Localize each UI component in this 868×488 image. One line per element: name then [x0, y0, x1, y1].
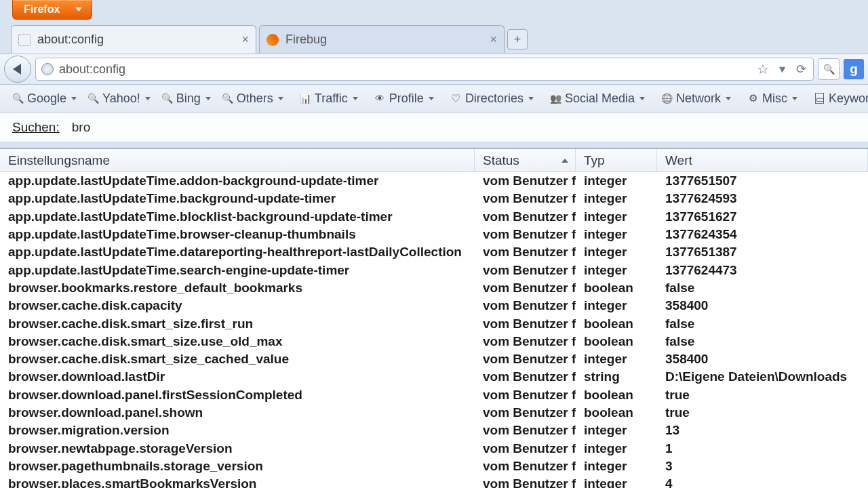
- cell-status: vom Benutzer f…: [475, 227, 576, 242]
- close-icon[interactable]: ×: [241, 33, 249, 47]
- table-row[interactable]: app.update.lastUpdateTime.background-upd…: [0, 190, 868, 207]
- toolbar-item-label: Traffic: [315, 92, 348, 106]
- magnifier-icon: 🔍: [823, 64, 835, 75]
- firefox-menu-button[interactable]: Firefox: [12, 0, 92, 20]
- cell-name: browser.download.panel.firstSessionCompl…: [0, 388, 475, 403]
- table-row[interactable]: app.update.lastUpdateTime.datareporting-…: [0, 243, 868, 261]
- cell-name: browser.cache.disk.smart_size_cached_val…: [0, 352, 475, 367]
- table-row[interactable]: browser.cache.disk.smart_size.first_run …: [0, 314, 868, 332]
- toolbar-item-traffic[interactable]: Traffic: [294, 89, 363, 108]
- eye-icon: [374, 93, 386, 104]
- toolbar-item-directories[interactable]: Directories: [445, 89, 539, 108]
- cell-type: integer: [576, 298, 657, 313]
- search-label: Suchen:: [12, 120, 60, 135]
- table-row[interactable]: browser.download.panel.firstSessionCompl…: [0, 386, 868, 404]
- toolbar-item-profile[interactable]: Profile: [369, 89, 439, 108]
- column-value[interactable]: Wert: [657, 149, 868, 171]
- toolbar-item-yahoo[interactable]: Yahoo!: [82, 89, 156, 108]
- cell-status: vom Benutzer f…: [475, 352, 576, 367]
- cell-name: browser.download.lastDir: [0, 369, 475, 384]
- toolbar-item-keyword[interactable]: Keyword: [808, 89, 868, 108]
- sort-asc-icon: [561, 159, 568, 163]
- cell-type: string: [576, 369, 657, 384]
- new-tab-button[interactable]: +: [507, 29, 528, 49]
- table-row[interactable]: browser.download.lastDir vom Benutzer f……: [0, 368, 868, 386]
- back-button[interactable]: [4, 56, 31, 83]
- globe-icon: [41, 63, 54, 75]
- cell-name: app.update.lastUpdateTime.background-upd…: [0, 191, 475, 206]
- close-icon[interactable]: ×: [490, 33, 497, 47]
- table-row[interactable]: browser.cache.disk.smart_size.use_old_ma…: [0, 333, 868, 350]
- url-bar[interactable]: about:config ☆ ▾ ⟳: [35, 58, 814, 81]
- config-search-row: Suchen:: [0, 113, 868, 142]
- cell-value: 1377651387: [657, 245, 868, 260]
- cell-value: 1377624354: [657, 227, 868, 242]
- config-table: Einstellungsname Status Typ Wert app.upd…: [0, 148, 868, 488]
- dropdown-history-icon[interactable]: ▾: [775, 62, 789, 76]
- google-share-button[interactable]: g: [844, 59, 864, 79]
- cell-value: false: [657, 317, 868, 331]
- cell-value: 1377651507: [657, 174, 868, 188]
- table-row[interactable]: browser.places.smartBookmarksVersion vom…: [0, 475, 868, 488]
- chart-icon: [300, 93, 311, 104]
- blank-favicon-icon: [18, 34, 31, 46]
- toolbar-item-label: Keyword: [829, 92, 868, 106]
- cell-value: 1377651627: [657, 209, 868, 224]
- toolbar-item-bing[interactable]: Bing: [156, 89, 216, 108]
- search-input[interactable]: [72, 120, 856, 135]
- table-row[interactable]: browser.cache.disk.smart_size_cached_val…: [0, 350, 868, 368]
- table-row[interactable]: app.update.lastUpdateTime.blocklist-back…: [0, 208, 868, 226]
- navigation-toolbar: about:config ☆ ▾ ⟳ 🔍 g: [0, 54, 868, 85]
- table-row[interactable]: browser.cache.disk.capacity vom Benutzer…: [0, 297, 868, 314]
- toolbar-item-network[interactable]: Network: [656, 89, 736, 108]
- cell-status: vom Benutzer f…: [475, 405, 576, 420]
- table-row[interactable]: browser.migration.version vom Benutzer f…: [0, 422, 868, 439]
- table-row[interactable]: app.update.lastUpdateTime.browser-cleanu…: [0, 226, 868, 243]
- toolbar-item-socialmedia[interactable]: Social Media: [545, 89, 650, 108]
- search-engine-button[interactable]: 🔍: [818, 58, 840, 80]
- cell-name: browser.bookmarks.restore_default_bookma…: [0, 281, 475, 296]
- toolbar-item-others[interactable]: Others: [216, 89, 289, 108]
- cell-value: true: [657, 388, 868, 403]
- cell-type: integer: [576, 476, 657, 488]
- bookmark-star-icon[interactable]: ☆: [756, 62, 770, 76]
- table-row[interactable]: browser.pagethumbnails.storage_version v…: [0, 458, 868, 475]
- table-row[interactable]: browser.download.panel.shown vom Benutze…: [0, 404, 868, 422]
- cell-type: boolean: [576, 281, 657, 296]
- table-row[interactable]: app.update.lastUpdateTime.search-engine-…: [0, 261, 868, 279]
- cell-name: browser.download.panel.shown: [0, 405, 475, 420]
- chevron-down-icon: [639, 97, 645, 100]
- tab-about-config[interactable]: about:config ×: [11, 25, 256, 54]
- cell-status: vom Benutzer f…: [475, 441, 576, 456]
- reload-icon[interactable]: ⟳: [794, 62, 808, 76]
- toolbar-item-google[interactable]: Google: [7, 89, 82, 108]
- doc-icon: [814, 93, 825, 104]
- toolbar-item-label: Bing: [176, 92, 201, 106]
- toolbar-item-misc[interactable]: Misc: [742, 89, 803, 108]
- cell-type: integer: [576, 209, 657, 224]
- cell-type: integer: [576, 459, 657, 474]
- chevron-down-icon: [792, 97, 797, 100]
- tab-label: about:config: [37, 33, 104, 47]
- cell-type: boolean: [576, 405, 657, 420]
- cell-value: false: [657, 334, 868, 349]
- cell-value: true: [657, 405, 868, 420]
- cell-status: vom Benutzer f…: [475, 369, 576, 384]
- tab-firebug[interactable]: Firebug ×: [259, 25, 505, 54]
- column-type[interactable]: Typ: [576, 149, 657, 171]
- cell-value: 13: [657, 423, 868, 438]
- table-row[interactable]: app.update.lastUpdateTime.addon-backgrou…: [0, 172, 868, 190]
- cell-name: browser.cache.disk.capacity: [0, 298, 475, 313]
- cell-status: vom Benutzer f…: [475, 298, 576, 313]
- cell-type: integer: [576, 423, 657, 438]
- chevron-down-icon: [71, 97, 77, 100]
- chevron-down-icon: [145, 97, 151, 100]
- gear-icon: [747, 93, 759, 104]
- search-icon: [222, 93, 233, 104]
- table-row[interactable]: browser.bookmarks.restore_default_bookma…: [0, 279, 868, 297]
- column-status[interactable]: Status: [475, 149, 576, 171]
- cell-type: integer: [576, 227, 657, 242]
- cell-value: 1377624473: [657, 263, 868, 278]
- column-name[interactable]: Einstellungsname: [0, 149, 475, 171]
- table-row[interactable]: browser.newtabpage.storageVersion vom Be…: [0, 439, 868, 457]
